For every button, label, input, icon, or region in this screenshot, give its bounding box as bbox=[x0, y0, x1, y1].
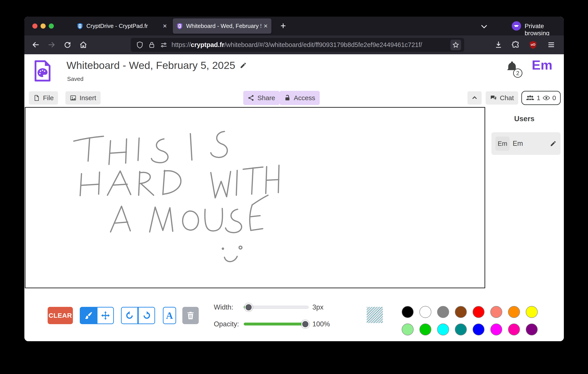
color-swatch-2[interactable] bbox=[437, 306, 449, 318]
page-title: Whiteboard - Wed, February 5, 2025 bbox=[66, 59, 235, 71]
color-swatch-5[interactable] bbox=[490, 306, 502, 318]
undo-icon bbox=[125, 311, 134, 320]
extensions-puzzle-icon[interactable] bbox=[511, 40, 521, 50]
color-swatch-12[interactable] bbox=[472, 323, 484, 335]
url-domain: cryptpad.fr bbox=[191, 41, 224, 48]
collapse-toolbar-button[interactable] bbox=[467, 91, 482, 104]
menu-hamburger-icon[interactable] bbox=[546, 40, 556, 50]
trash-icon bbox=[186, 311, 195, 320]
bookmark-star-icon[interactable] bbox=[451, 40, 461, 50]
brush-tool-button[interactable] bbox=[80, 307, 97, 324]
navigation-bar: https://cryptpad.fr/whiteboard/#/3/white… bbox=[24, 35, 564, 54]
color-swatch-1[interactable] bbox=[420, 306, 431, 318]
opacity-value: 100% bbox=[312, 320, 330, 328]
zoom-window-button[interactable] bbox=[49, 23, 54, 29]
home-button[interactable] bbox=[78, 40, 88, 50]
color-swatch-8[interactable] bbox=[402, 323, 414, 335]
user-list-item[interactable]: Em Em bbox=[491, 132, 560, 155]
color-swatch-4[interactable] bbox=[472, 306, 484, 318]
redo-button[interactable] bbox=[138, 307, 155, 324]
width-slider-thumb[interactable] bbox=[245, 303, 252, 311]
canvas-drawing bbox=[25, 108, 484, 288]
file-menu-button[interactable]: File bbox=[29, 91, 58, 104]
app-content: Whiteboard - Wed, February 5, 2025 Saved… bbox=[24, 54, 564, 341]
tab-title: Whiteboard - Wed, February 5, 2 bbox=[186, 23, 261, 30]
notification-count-badge: 2 bbox=[513, 68, 522, 78]
color-swatch-6[interactable] bbox=[508, 306, 520, 318]
url-bar[interactable]: https://cryptpad.fr/whiteboard/#/3/white… bbox=[131, 38, 464, 52]
back-button[interactable] bbox=[31, 40, 41, 50]
private-browsing-icon bbox=[512, 21, 521, 31]
clear-button[interactable]: CLEAR bbox=[48, 307, 73, 324]
image-icon bbox=[70, 95, 76, 101]
opacity-slider-track[interactable] bbox=[244, 322, 309, 325]
color-palette bbox=[402, 306, 538, 335]
close-window-button[interactable] bbox=[32, 23, 37, 29]
opacity-slider-thumb[interactable] bbox=[301, 320, 309, 328]
tab-cryptdrive[interactable]: CryptDrive - CryptPad.fr ✕ bbox=[73, 18, 171, 34]
tab-close-icon[interactable]: ✕ bbox=[263, 23, 268, 29]
color-swatch-11[interactable] bbox=[455, 323, 467, 335]
forward-button[interactable] bbox=[47, 40, 56, 50]
share-button[interactable]: Share bbox=[243, 91, 280, 105]
viewers-eye-icon bbox=[543, 95, 550, 101]
users-panel-heading: Users bbox=[485, 114, 563, 123]
chat-button[interactable]: Chat bbox=[486, 91, 518, 104]
redo-icon bbox=[142, 311, 151, 320]
insert-label: Insert bbox=[80, 94, 96, 102]
editors-people-icon bbox=[526, 95, 534, 101]
access-button[interactable]: Access bbox=[280, 91, 320, 105]
private-browsing-label: Private browsing bbox=[525, 23, 564, 37]
downloads-icon[interactable] bbox=[494, 40, 503, 50]
chat-label: Chat bbox=[500, 94, 514, 102]
edit-name-pencil-icon[interactable] bbox=[550, 140, 556, 147]
move-arrows-icon bbox=[101, 311, 110, 320]
connection-lock-icon[interactable] bbox=[148, 41, 156, 49]
participants-indicator[interactable]: 1 0 bbox=[521, 91, 561, 105]
color-swatch-3[interactable] bbox=[455, 306, 467, 318]
url-scheme: https:// bbox=[171, 41, 191, 48]
new-tab-button[interactable]: + bbox=[277, 20, 289, 32]
color-swatch-7[interactable] bbox=[526, 306, 538, 318]
whiteboard-canvas[interactable] bbox=[25, 107, 485, 288]
tab-bar: CryptDrive - CryptPad.fr ✕ Whiteboard - … bbox=[24, 17, 564, 35]
color-swatch-14[interactable] bbox=[508, 323, 520, 335]
url-path: /whiteboard/#/3/whiteboard/edit/ff909317… bbox=[224, 41, 422, 48]
share-label: Share bbox=[257, 94, 275, 102]
color-swatch-10[interactable] bbox=[437, 323, 449, 335]
delete-tool-button[interactable] bbox=[182, 307, 199, 324]
undo-button[interactable] bbox=[121, 307, 138, 324]
user-name: Em bbox=[513, 140, 523, 147]
minimize-window-button[interactable] bbox=[41, 23, 46, 29]
file-icon bbox=[33, 95, 40, 101]
reload-button[interactable] bbox=[63, 40, 72, 50]
text-tool-button[interactable]: A bbox=[163, 307, 176, 324]
cryptpad-favicon-blue bbox=[77, 23, 83, 30]
color-swatch-9[interactable] bbox=[420, 323, 431, 335]
brush-pattern-preview bbox=[367, 307, 383, 323]
insert-menu-button[interactable]: Insert bbox=[65, 91, 101, 104]
color-swatch-0[interactable] bbox=[402, 306, 414, 318]
width-slider-track[interactable] bbox=[244, 306, 309, 309]
ublock-label: uO bbox=[531, 42, 536, 46]
chevron-up-icon bbox=[471, 95, 478, 101]
width-value: 3px bbox=[312, 303, 324, 311]
color-swatch-15[interactable] bbox=[526, 323, 538, 335]
chat-bubbles-icon bbox=[490, 95, 497, 101]
tracking-protection-shield-icon[interactable] bbox=[136, 41, 144, 49]
ublock-origin-icon[interactable]: uO bbox=[528, 40, 538, 50]
save-status: Saved bbox=[67, 75, 84, 83]
paintbrush-icon bbox=[84, 311, 93, 320]
width-label: Width: bbox=[214, 303, 233, 311]
account-initials[interactable]: Em bbox=[532, 57, 552, 73]
notifications-bell[interactable]: 2 bbox=[505, 60, 521, 77]
move-tool-button[interactable] bbox=[97, 307, 114, 324]
list-tabs-chevron-icon[interactable] bbox=[480, 22, 489, 31]
url-text[interactable]: https://cryptpad.fr/whiteboard/#/3/white… bbox=[171, 41, 451, 49]
screen: CryptDrive - CryptPad.fr ✕ Whiteboard - … bbox=[0, 0, 588, 374]
rename-pencil-icon[interactable] bbox=[240, 62, 247, 69]
color-swatch-13[interactable] bbox=[490, 323, 502, 335]
tab-close-icon[interactable]: ✕ bbox=[163, 23, 167, 29]
permissions-icon[interactable] bbox=[160, 41, 168, 49]
tab-whiteboard[interactable]: Whiteboard - Wed, February 5, 2 ✕ bbox=[173, 18, 271, 34]
